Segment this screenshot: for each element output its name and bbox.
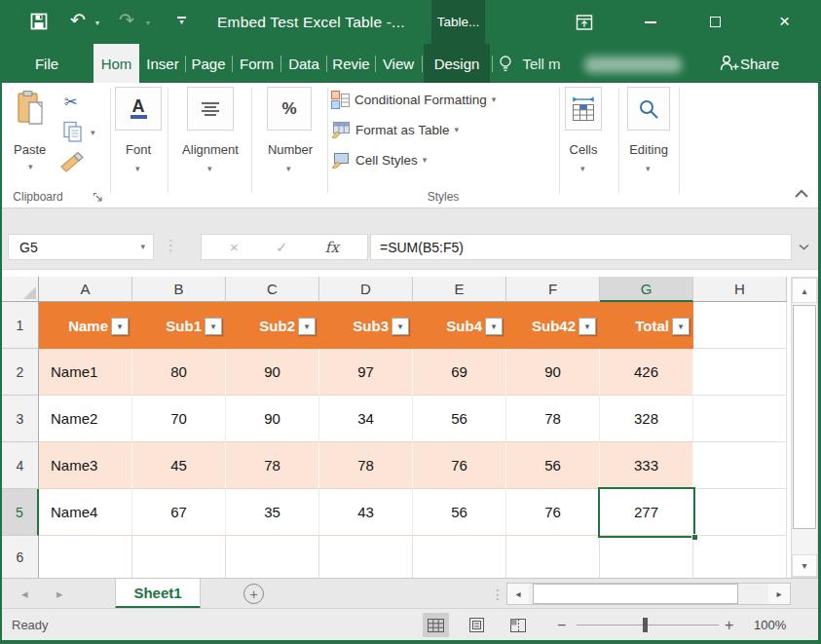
vertical-scrollbar[interactable]: ▴ ▾ xyxy=(791,277,818,578)
cell-f2[interactable]: 90 xyxy=(506,349,600,396)
tab-page-layout[interactable]: Page xyxy=(187,44,230,83)
cell-c4[interactable]: 78 xyxy=(226,442,319,489)
row-header-4[interactable]: 4 xyxy=(2,442,39,489)
tab-file[interactable]: File xyxy=(23,44,70,83)
share-button[interactable]: Share xyxy=(740,44,791,83)
number-group-label[interactable]: Number xyxy=(263,142,317,157)
column-header-f[interactable]: F xyxy=(506,277,600,302)
scroll-right-button[interactable]: ▸ xyxy=(768,584,790,604)
cell-g4[interactable]: 333 xyxy=(600,442,693,489)
table-header-sub2[interactable]: Sub2 ▾ xyxy=(226,302,319,349)
zoom-out-button[interactable]: − xyxy=(557,609,566,641)
column-header-d[interactable]: D xyxy=(319,277,413,302)
cell-c3[interactable]: 90 xyxy=(226,396,319,442)
tab-data[interactable]: Data xyxy=(282,44,325,83)
new-sheet-button[interactable]: + xyxy=(243,584,264,604)
filter-button[interactable]: ▾ xyxy=(205,318,222,335)
tab-formulas[interactable]: Form xyxy=(234,44,280,83)
scroll-up-button[interactable]: ▴ xyxy=(792,278,817,303)
document-tab[interactable]: Table... xyxy=(431,0,485,44)
filter-button[interactable]: ▾ xyxy=(578,318,596,335)
expand-formula-bar-icon[interactable] xyxy=(799,244,809,250)
cell-f3[interactable]: 78 xyxy=(506,396,600,442)
name-box-dropdown-icon[interactable]: ▾ xyxy=(140,243,145,251)
cell-b3[interactable]: 70 xyxy=(132,396,226,442)
tab-home[interactable]: Hom xyxy=(93,44,139,83)
cell-d4[interactable]: 78 xyxy=(319,442,413,489)
number-group-icon[interactable]: % xyxy=(267,87,312,131)
paste-icon[interactable] xyxy=(16,90,47,127)
cell-a2[interactable]: Name1 xyxy=(39,349,132,396)
ribbon-display-options-icon[interactable] xyxy=(575,13,594,32)
column-header-c[interactable]: C xyxy=(226,277,319,302)
cell-c2[interactable]: 90 xyxy=(226,349,319,396)
editing-dropdown-icon[interactable]: ▾ xyxy=(646,165,651,173)
maximize-button[interactable] xyxy=(710,17,721,27)
close-button[interactable]: × xyxy=(779,12,790,30)
editing-group-label[interactable]: Editing xyxy=(627,142,670,157)
editing-group-icon[interactable] xyxy=(627,87,670,131)
format-painter-icon[interactable] xyxy=(58,151,86,172)
tell-me-box[interactable]: Tell m xyxy=(516,44,567,83)
filter-button[interactable]: ▾ xyxy=(485,318,503,335)
page-layout-view-button[interactable] xyxy=(464,613,490,637)
paste-dropdown-icon[interactable]: ▾ xyxy=(28,163,33,171)
cell-b2[interactable]: 80 xyxy=(132,349,226,396)
row-header-2[interactable]: 2 xyxy=(2,349,39,396)
empty-row-6[interactable] xyxy=(39,536,693,578)
cell-e4[interactable]: 76 xyxy=(413,442,506,489)
cell-d3[interactable]: 34 xyxy=(319,396,413,442)
cell-a3[interactable]: Name2 xyxy=(39,396,132,442)
cell-g2[interactable]: 426 xyxy=(600,349,693,396)
cell-g5-active[interactable]: 277 xyxy=(600,489,693,536)
tab-design[interactable]: Design xyxy=(424,44,490,83)
copy-icon[interactable] xyxy=(61,120,85,143)
tab-bar-splitter-dots[interactable]: ⋮ xyxy=(491,579,504,609)
cell-e2[interactable]: 69 xyxy=(413,349,506,396)
cell-e3[interactable]: 56 xyxy=(413,396,506,442)
cut-icon[interactable]: ✂ xyxy=(64,95,77,110)
undo-icon[interactable]: ↶ xyxy=(70,11,86,29)
minimize-button[interactable] xyxy=(645,21,656,23)
filter-button[interactable]: ▾ xyxy=(672,318,690,335)
cells-dropdown-icon[interactable]: ▾ xyxy=(580,165,585,173)
undo-dropdown-icon[interactable]: ▾ xyxy=(95,19,99,27)
tab-review[interactable]: Revie xyxy=(328,44,374,83)
select-all-corner[interactable] xyxy=(2,277,39,302)
column-header-b[interactable]: B xyxy=(132,277,226,302)
scroll-left-button[interactable]: ◂ xyxy=(507,584,529,604)
normal-view-button[interactable] xyxy=(423,613,449,637)
table-header-sub3[interactable]: Sub3 ▾ xyxy=(319,302,413,349)
cell-b5[interactable]: 67 xyxy=(132,489,226,536)
column-header-h[interactable]: H xyxy=(693,277,787,302)
tab-insert[interactable]: Inser xyxy=(142,44,183,83)
table-header-sub4[interactable]: Sub4 ▾ xyxy=(413,302,506,349)
row-header-6[interactable]: 6 xyxy=(2,536,39,578)
alignment-group-icon[interactable] xyxy=(187,87,234,131)
save-icon[interactable] xyxy=(29,12,49,31)
sheet-tab-sheet1[interactable]: Sheet1 xyxy=(115,579,201,609)
cell-a4[interactable]: Name3 xyxy=(39,442,132,489)
cell-g3[interactable]: 328 xyxy=(600,396,693,442)
cell-d2[interactable]: 97 xyxy=(319,349,413,396)
conditional-formatting-button[interactable]: Conditional Formatting ▾ xyxy=(331,91,496,109)
number-dropdown-icon[interactable]: ▾ xyxy=(286,165,291,173)
alignment-group-label[interactable]: Alignment xyxy=(180,142,241,157)
column-header-g-selected[interactable]: G xyxy=(600,277,693,302)
zoom-in-button[interactable]: + xyxy=(725,609,733,641)
name-box[interactable]: G5 ▾ xyxy=(8,234,154,260)
page-break-preview-button[interactable] xyxy=(504,613,531,637)
insert-function-icon[interactable]: fx xyxy=(325,239,339,256)
cell-c5[interactable]: 35 xyxy=(226,489,319,536)
cell-b4[interactable]: 45 xyxy=(132,442,226,489)
table-header-total[interactable]: Total ▾ xyxy=(600,302,693,349)
previous-sheet-icon[interactable]: ◂ xyxy=(21,579,28,609)
cell-styles-button[interactable]: Cell Styles ▾ xyxy=(331,151,427,169)
cell-a5[interactable]: Name4 xyxy=(39,489,132,536)
scroll-down-button[interactable]: ▾ xyxy=(792,554,817,577)
filter-button[interactable]: ▾ xyxy=(111,318,129,335)
cell-f4[interactable]: 56 xyxy=(506,442,600,489)
copy-dropdown-icon[interactable]: ▾ xyxy=(91,129,95,137)
collapse-ribbon-icon[interactable] xyxy=(794,188,809,200)
cell-d5[interactable]: 43 xyxy=(319,489,413,536)
